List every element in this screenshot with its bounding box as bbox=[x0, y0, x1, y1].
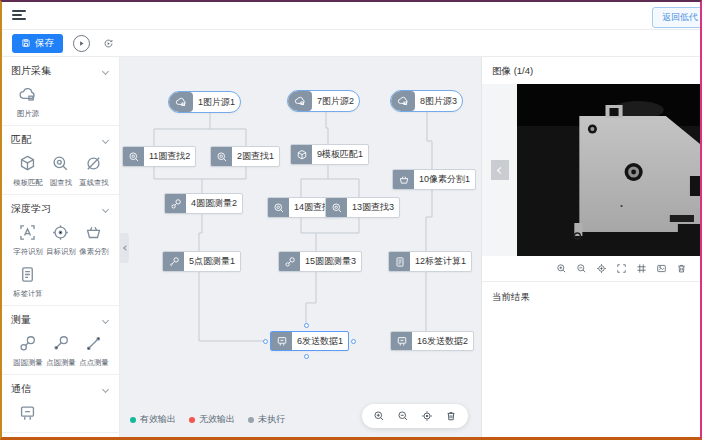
section-header[interactable]: 匹配 bbox=[11, 133, 110, 147]
flow-node-point-circle-measure-1[interactable]: 5点圆测量1 bbox=[162, 251, 241, 272]
flow-node-circle-circle-measure-2[interactable]: 4圆圆测量2 bbox=[164, 193, 243, 214]
ocr-icon bbox=[18, 223, 37, 242]
camera-image-scene bbox=[517, 84, 700, 256]
flow-node-circle-find-3[interactable]: 13圆查找3 bbox=[325, 197, 400, 218]
node-label: 11圆查找2 bbox=[144, 150, 195, 163]
legend-dot bbox=[189, 417, 195, 423]
sidebar-item-label-calc[interactable]: 标签计算 bbox=[11, 265, 44, 299]
sidebar-item-segmentation[interactable]: 像素分割 bbox=[77, 223, 110, 257]
sidebar-item-send-data[interactable] bbox=[11, 403, 44, 426]
sidebar-item-circle-circle-measure[interactable]: 圆圆测量 bbox=[11, 334, 44, 368]
flow-node-segmentation-1[interactable]: 10像素分割1 bbox=[392, 169, 476, 190]
section-title: 图片采集 bbox=[11, 64, 51, 78]
sidebar-item-circle-find[interactable]: 圆查找 bbox=[44, 154, 77, 188]
legend-not-executed: 未执行 bbox=[248, 413, 285, 426]
back-to-lowcode-button[interactable]: 返回低代 bbox=[652, 7, 702, 28]
camera-image[interactable] bbox=[517, 84, 700, 256]
sidebar-item-point-point-measure[interactable]: 点点测量 bbox=[77, 334, 110, 368]
current-result-panel: 当前结果 bbox=[482, 282, 700, 437]
device-icon bbox=[271, 332, 292, 350]
run-icon bbox=[76, 38, 87, 49]
flow-node-circle-circle-measure-3[interactable]: 15圆圆测量3 bbox=[278, 251, 362, 272]
section-measure: 测量 圆圆测量 点圆测量 点点测量 bbox=[2, 306, 119, 375]
zoom-out-icon[interactable] bbox=[397, 410, 409, 422]
section-title: 匹配 bbox=[11, 133, 31, 147]
delete-icon[interactable] bbox=[676, 263, 687, 274]
legend-dot bbox=[130, 417, 136, 423]
connection-handle[interactable] bbox=[304, 323, 309, 328]
chevron-down-icon[interactable] bbox=[102, 205, 109, 212]
zoom-out-icon[interactable] bbox=[576, 263, 587, 274]
measure-icon bbox=[165, 194, 186, 213]
chevron-left-icon bbox=[497, 166, 504, 173]
run-button[interactable] bbox=[73, 35, 90, 52]
section-title: 深度学习 bbox=[11, 202, 51, 216]
measure-icon bbox=[163, 252, 184, 271]
connection-handle[interactable] bbox=[351, 339, 356, 344]
segment-icon bbox=[84, 223, 103, 242]
flow-node-circle-find-1[interactable]: 2圆查找1 bbox=[210, 146, 280, 167]
flow-node-send-data-1[interactable]: 6发送数据1 bbox=[270, 331, 349, 351]
device-icon bbox=[18, 403, 37, 422]
sidebar-item-template-match[interactable]: 模板匹配 bbox=[11, 154, 44, 188]
legend-dot bbox=[248, 417, 254, 423]
chevron-down-icon[interactable] bbox=[102, 385, 109, 392]
locate-icon[interactable] bbox=[596, 263, 607, 274]
flow-node-template-match-1[interactable]: 9模板匹配1 bbox=[290, 144, 369, 165]
flow-node-image-source-3[interactable]: 8图片源3 bbox=[390, 90, 463, 112]
item-label: 直线查找 bbox=[79, 177, 108, 187]
image-panel-title: 图像 (1/4) bbox=[482, 57, 700, 84]
sidebar-item-ocr[interactable]: 字符识别 bbox=[11, 223, 44, 257]
flow-node-image-source-1[interactable]: 1图片源1 bbox=[168, 91, 241, 113]
sidebar-item-image-source[interactable]: 图片源 bbox=[11, 85, 44, 119]
delete-icon[interactable] bbox=[445, 410, 457, 422]
snapshot-icon[interactable] bbox=[656, 263, 667, 274]
section-header[interactable]: 测量 bbox=[11, 313, 110, 327]
item-label: 点点测量 bbox=[79, 357, 108, 367]
connection-handle[interactable] bbox=[304, 354, 309, 359]
node-label: 8图片源3 bbox=[415, 95, 462, 108]
legend-invalid-output: 无效输出 bbox=[189, 413, 235, 426]
chevron-down-icon[interactable] bbox=[102, 316, 109, 323]
section-header[interactable]: 通信 bbox=[11, 382, 110, 396]
point-point-measure-icon bbox=[84, 334, 103, 353]
circle-find-icon bbox=[51, 154, 70, 173]
grid-icon[interactable] bbox=[636, 263, 647, 274]
flow-node-circle-find-2[interactable]: 11圆查找2 bbox=[122, 146, 196, 167]
legend-label: 有效输出 bbox=[140, 413, 176, 426]
connection-handle[interactable] bbox=[263, 339, 268, 344]
app-window: 返回低代 保存 图片采集 图片源 bbox=[0, 0, 702, 440]
section-header[interactable]: 深度学习 bbox=[11, 202, 110, 216]
flow-node-label-calc-1[interactable]: 12标签计算1 bbox=[388, 251, 472, 272]
point-circle-measure-icon bbox=[51, 334, 70, 353]
item-label: 字符识别 bbox=[13, 246, 42, 256]
section-header[interactable]: 图片采集 bbox=[11, 64, 110, 78]
legend-valid-output: 有效输出 bbox=[130, 413, 176, 426]
sidebar-item-target-detect[interactable]: 目标识别 bbox=[44, 223, 77, 257]
canvas-zoom-toolbar bbox=[362, 404, 468, 428]
zoom-in-icon[interactable] bbox=[556, 263, 567, 274]
item-label: 点圆测量 bbox=[46, 357, 75, 367]
cube-icon bbox=[18, 154, 37, 173]
chevron-down-icon[interactable] bbox=[102, 136, 109, 143]
locate-icon[interactable] bbox=[421, 410, 433, 422]
sidebar-item-point-circle-measure[interactable]: 点圆测量 bbox=[44, 334, 77, 368]
prev-image-button[interactable] bbox=[491, 160, 509, 180]
label-calc-icon bbox=[389, 252, 410, 271]
item-label: 图片源 bbox=[16, 108, 38, 118]
save-button[interactable]: 保存 bbox=[12, 34, 63, 53]
run-continuous-button[interactable] bbox=[100, 35, 117, 52]
flow-canvas[interactable]: 1图片源1 7图片源2 8图片源3 11圆查找2 2圆查找1 9模板匹配1 bbox=[120, 57, 482, 437]
flow-node-image-source-2[interactable]: 7图片源2 bbox=[287, 90, 360, 112]
menu-icon[interactable] bbox=[12, 10, 26, 22]
image-nav-strip bbox=[482, 84, 517, 256]
fullscreen-icon[interactable] bbox=[616, 263, 627, 274]
sidebar-collapse-handle[interactable] bbox=[120, 233, 129, 263]
image-panel: 图像 (1/4) bbox=[482, 57, 700, 437]
item-label: 标签计算 bbox=[13, 288, 42, 298]
flow-node-send-data-2[interactable]: 16发送数据2 bbox=[390, 331, 474, 351]
sidebar-item-line-find[interactable]: 直线查找 bbox=[77, 154, 110, 188]
zoom-in-icon[interactable] bbox=[373, 410, 385, 422]
chevron-down-icon[interactable] bbox=[102, 67, 109, 74]
node-label: 13圆查找3 bbox=[347, 201, 399, 214]
